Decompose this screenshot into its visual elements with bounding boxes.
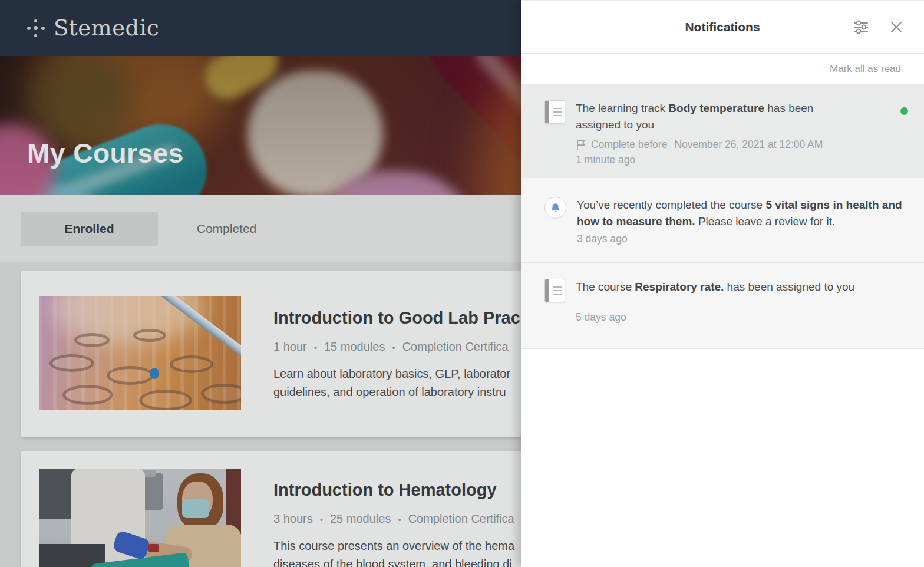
notification-content: You’ve recently completed the course 5 v…	[577, 197, 908, 262]
notifications-title: Notifications	[685, 20, 760, 34]
notification-timestamp: 1 minute ago	[576, 154, 908, 166]
notification-text-bold: Body temperature	[668, 102, 764, 114]
notification-text: You’ve recently completed the course 5 v…	[577, 197, 905, 230]
book-icon	[544, 279, 565, 348]
flag-icon	[576, 139, 586, 151]
notification-text-part: The course	[576, 281, 635, 293]
notifications-header: Notifications	[521, 1, 924, 54]
notification-text-bold: Respiratory rate.	[635, 281, 724, 293]
notification-text: The learning track Body temperature has …	[576, 100, 842, 133]
deadline-value: November 26, 2021 at 12:00 AM	[674, 139, 823, 151]
mark-all-as-read-button[interactable]: Mark all as read	[830, 63, 901, 75]
bell-icon	[544, 197, 566, 262]
notification-content: The learning track Body temperature has …	[576, 100, 908, 178]
notification-text-part: has been assigned to you	[724, 281, 854, 293]
notification-timestamp: 3 days ago	[577, 233, 908, 245]
notification-timestamp: 5 days ago	[576, 311, 908, 324]
notifications-toolbar: Mark all as read	[521, 54, 924, 84]
sliders-icon	[852, 18, 870, 36]
deadline-label: Complete before	[591, 139, 667, 151]
notification-text: The course Respiratory rate. has been as…	[576, 279, 908, 295]
close-panel-button[interactable]	[886, 17, 906, 37]
notification-content: The course Respiratory rate. has been as…	[576, 279, 908, 348]
notification-text-part: Please leave a review for it.	[695, 215, 836, 228]
app-window: Stemedic My Courses Enrolled Completed	[0, 0, 924, 567]
notifications-panel: Notifications	[521, 0, 924, 567]
notification-text-part: The learning track	[576, 102, 668, 114]
notification-deadline: Complete before November 26, 2021 at 12:…	[576, 139, 908, 151]
notification-item-vital-signs-review[interactable]: You’ve recently completed the course 5 v…	[521, 178, 924, 262]
notification-settings-button[interactable]	[851, 17, 871, 37]
notification-item-body-temperature[interactable]: The learning track Body temperature has …	[521, 84, 924, 178]
unread-indicator-dot	[900, 107, 908, 115]
notification-list: The learning track Body temperature has …	[521, 84, 924, 349]
book-icon	[544, 100, 565, 178]
notification-text-part: You’ve recently completed the course	[577, 199, 765, 211]
notification-item-respiratory-rate[interactable]: The course Respiratory rate. has been as…	[521, 262, 924, 349]
close-icon	[889, 20, 903, 34]
